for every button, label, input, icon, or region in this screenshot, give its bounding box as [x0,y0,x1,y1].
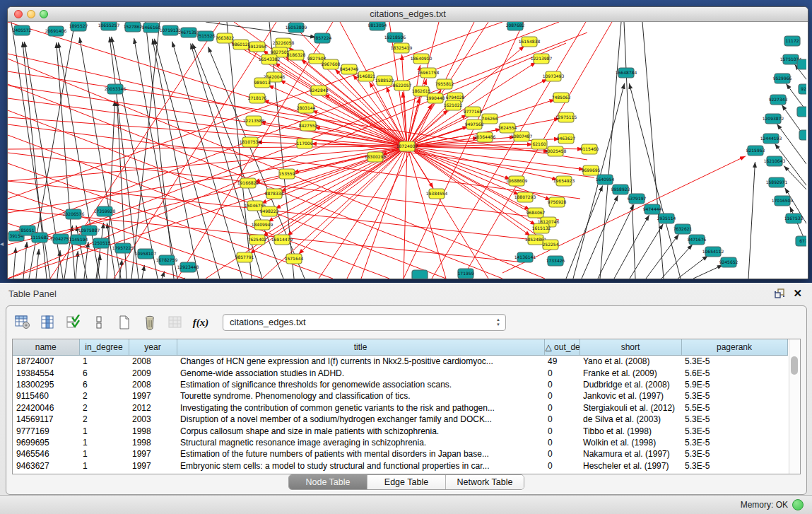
graph-node[interactable]: 1115682 [30,233,49,243]
table-cell[interactable]: Genome-wide association studies in ADHD. [177,367,544,378]
graph-node[interactable]: 18640910 [411,54,433,64]
graph-node[interactable]: 12923448 [177,262,199,272]
graph-node[interactable]: 20206576 [63,209,85,219]
graph-node[interactable] [797,107,806,117]
table-cell[interactable]: Disruption of a novel member of a sodium… [177,414,544,425]
graph-node[interactable]: 2405572 [13,25,32,35]
graph-node[interactable]: 7485063 [552,93,571,103]
hub-node[interactable]: 18724007 [396,141,418,151]
table-cell[interactable]: 0 [544,460,579,472]
graph-node[interactable]: 12444193 [760,134,782,144]
panel-collapse-arrow-icon[interactable]: ◂ [0,240,4,247]
table-cell[interactable]: 1997 [129,390,177,402]
table-cell[interactable]: 2 [79,402,129,414]
table-cell[interactable]: 22420046 [13,402,79,414]
graph-node[interactable]: 10975887 [78,226,100,235]
graph-node[interactable]: 11172 [784,36,800,46]
table-cell[interactable]: Stergiakouli et al. (2012) [579,402,681,414]
graph-node[interactable]: 9115460 [580,144,599,154]
table-row[interactable]: 2242004622012Investigating the contribut… [13,402,787,414]
graph-node[interactable]: 1990448 [426,93,445,103]
new-column-button[interactable] [115,313,134,332]
close-panel-icon[interactable]: ✕ [793,287,802,300]
graph-node[interactable]: 62160 [531,139,547,149]
table-cell[interactable]: 2008 [129,356,177,368]
graph-node[interactable]: 19384554 [426,189,448,199]
table-cell[interactable]: Structural magnetic resonance image aver… [177,437,544,448]
table-cell[interactable]: 9463627 [13,460,79,472]
graph-node[interactable]: 12975115 [555,112,577,122]
graph-node[interactable]: 10655257 [98,22,120,30]
table-row[interactable]: 969969511998Structural magnetic resonanc… [13,437,787,448]
table-cell[interactable]: 1997 [129,448,177,460]
network-table-select[interactable]: citations_edges.txt ▲▼ [223,314,506,331]
table-header-row[interactable]: namein_degreeyeartitle△ out_de...shortpa… [13,339,787,356]
table-cell[interactable]: Nakamura et al. (1997) [579,448,681,460]
graph-node[interactable]: 16053809 [286,23,307,33]
graph-node[interactable]: 153559 [279,169,295,179]
graph-node[interactable]: 9245652 [719,257,739,267]
table-cell[interactable]: 2008 [129,379,177,390]
column-header-out_de[interactable]: △ out_de... [544,339,579,356]
table-cell[interactable]: 19384554 [13,367,79,378]
delete-column-button[interactable] [141,313,159,332]
graph-node[interactable]: 15892971 [766,177,788,187]
network-canvas-wrap[interactable]: 2405572206914061895527106552571527862846… [8,22,808,279]
graph-node[interactable]: 1250515 [92,238,111,248]
column-header-year[interactable]: year [129,339,177,356]
graph-node[interactable]: 8958923 [611,185,630,194]
table-cell[interactable]: Wolkin et al. (1998) [579,437,681,448]
column-header-title[interactable]: title [177,339,544,356]
column-header-name[interactable]: name [13,339,79,356]
graph-node[interactable]: 8215953 [746,146,765,156]
graph-node[interactable]: 12213987 [531,54,553,64]
table-cell[interactable]: 5.3E-5 [681,414,787,425]
table-cell[interactable]: 14569117 [13,414,79,425]
graph-node[interactable]: 10654112 [702,247,724,257]
graph-node[interactable]: 9756928 [548,197,567,207]
table-cell[interactable]: 5.3E-5 [681,356,787,368]
graph-node[interactable]: 23226058 [273,38,295,48]
column-header-pagerank[interactable]: pagerank [681,339,787,356]
table-cell[interactable]: 5.9E-5 [681,379,787,390]
table-cell[interactable]: Franke et al. (2009) [579,367,681,378]
graph-node[interactable]: 989013 [254,78,271,88]
table-cell[interactable]: Yano et al. (2008) [579,356,681,368]
table-cell[interactable]: 1997 [129,460,177,472]
graph-node[interactable]: 12093872 [763,114,784,124]
table-cell[interactable]: Estimation of significance thresholds fo… [177,379,544,390]
table-cell[interactable]: 5.5E-5 [681,402,787,414]
graph-node[interactable]: 9857791 [235,252,254,262]
table-cell[interactable]: 9115460 [13,390,79,402]
float-panel-icon[interactable] [774,288,785,299]
graph-node[interactable]: 9497568 [465,119,484,129]
table-cell[interactable]: 0 [544,367,579,378]
table-row[interactable]: 1938455462009Genome-wide association stu… [13,367,787,378]
graph-node[interactable]: 9699695 [582,165,601,175]
table-cell[interactable]: 18724007 [13,356,79,368]
graph-node[interactable]: 1615132 [532,223,551,233]
table-cell[interactable]: 1 [79,437,129,448]
table-row[interactable]: 977716911998Corpus callosum shape and si… [13,425,787,436]
graph-node[interactable]: 19218506 [384,33,406,42]
table-row[interactable]: 946362711997Embryonic stem cells: a mode… [13,460,787,472]
graph-node[interactable]: 1167533 [784,214,804,223]
table-cell[interactable]: Changes of HCN gene expression and I(f) … [177,356,544,368]
graph-node[interactable]: 9684067 [526,208,546,218]
graph-node[interactable]: 16648784 [616,68,637,78]
graph-node[interactable]: 10973493 [543,71,565,81]
graph-node[interactable]: 9242848 [310,86,329,95]
table-cell[interactable]: 2009 [129,367,177,378]
column-header-short[interactable]: short [579,339,681,356]
table-row[interactable]: 1456911722003Disruption of a novel membe… [13,414,787,425]
graph-node[interactable]: 8186328 [287,50,306,60]
graph-node[interactable]: 8454749 [340,64,359,74]
graph-node[interactable]: 8471676 [688,235,707,245]
graph-node[interactable]: 746266 [482,114,498,124]
table-cell[interactable]: 0 [544,448,579,460]
table-cell[interactable]: 0 [544,379,579,390]
graph-node[interactable]: 9529966 [773,74,792,83]
graph-node[interactable] [797,59,806,69]
table-cell[interactable]: Dudbridge et al. (2008) [579,379,681,390]
graph-node[interactable]: 2967608 [322,59,341,69]
